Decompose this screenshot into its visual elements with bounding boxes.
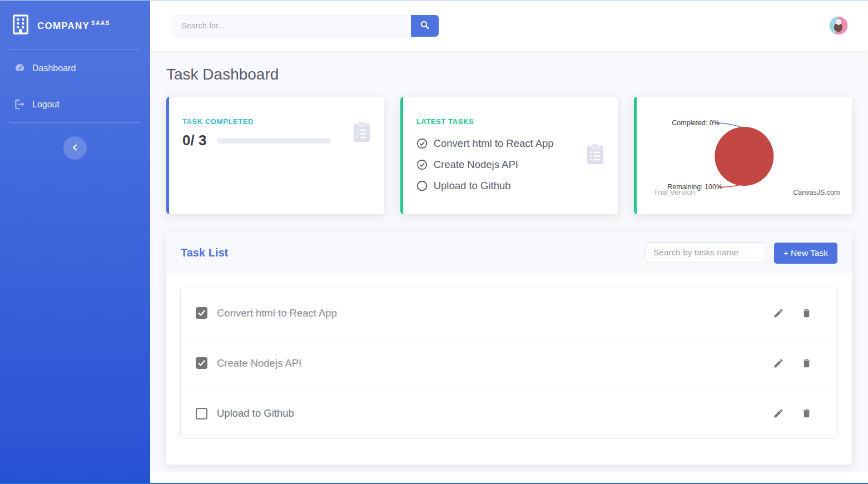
user-avatar[interactable] xyxy=(829,16,848,35)
latest-tasks-list: Convert html to React AppCreate Nodejs A… xyxy=(416,133,605,196)
card-label: LATEST TASKS xyxy=(416,117,605,126)
task-list-panel: Task List + New Task Convert html to Rea… xyxy=(166,232,852,465)
pie-slice-remaining xyxy=(715,127,774,186)
circle-icon xyxy=(416,180,428,191)
delete-task-button[interactable] xyxy=(801,358,812,369)
trial-version-watermark: Trial Version xyxy=(654,188,696,196)
pencil-icon xyxy=(773,308,784,319)
trash-icon xyxy=(801,408,812,419)
canvasjs-credit: CanvasJS.com xyxy=(793,189,840,196)
card-label: TASK COMPLETED xyxy=(182,117,371,126)
new-task-button[interactable]: + New Task xyxy=(774,243,837,264)
task-row: Create Nodejs API xyxy=(181,338,837,388)
clipboard-list-icon xyxy=(353,121,371,145)
check-circle-icon xyxy=(416,138,428,149)
edit-task-button[interactable] xyxy=(773,408,784,419)
search-form xyxy=(172,15,439,37)
sidebar-item-label: Logout xyxy=(32,100,59,110)
sidebar-item-dashboard[interactable]: Dashboard xyxy=(0,50,150,86)
trash-icon xyxy=(801,358,812,369)
row-actions xyxy=(773,358,812,369)
task-completed-card: TASK COMPLETED 0/ 3 xyxy=(166,97,384,214)
sidebar-collapse-button[interactable] xyxy=(63,136,87,160)
search-input[interactable] xyxy=(172,15,411,37)
task-rows-container: Convert html to React AppCreate Nodejs A… xyxy=(180,288,838,439)
chevron-left-icon xyxy=(71,144,79,153)
page-title: Task Dashboard xyxy=(166,66,852,83)
sidebar-nav: Dashboard Logout xyxy=(0,50,150,122)
task-checkbox[interactable] xyxy=(196,357,207,369)
latest-task-label: Create Nodejs API xyxy=(434,159,518,171)
panel-title: Task List xyxy=(181,246,228,259)
task-checkbox[interactable] xyxy=(196,307,207,319)
leader-line-completed xyxy=(716,123,744,128)
content: Task Dashboard TASK COMPLETED 0/ 3 xyxy=(150,51,868,472)
task-label: Convert html to React App xyxy=(217,307,337,319)
app-window: COMPANYSAAS Dashboard xyxy=(0,0,868,484)
pencil-icon xyxy=(773,408,784,419)
search-button[interactable] xyxy=(411,15,439,37)
brand[interactable]: COMPANYSAAS xyxy=(0,1,150,50)
task-checkbox[interactable] xyxy=(196,408,207,419)
building-icon xyxy=(12,14,29,37)
footer xyxy=(150,472,868,484)
pie-label-completed: Completed: 0% xyxy=(672,119,720,127)
search-icon xyxy=(420,21,429,31)
row-actions xyxy=(773,408,812,419)
latest-task-item: Upload to Github xyxy=(416,175,605,196)
task-list-header: Task List + New Task xyxy=(166,232,852,274)
edit-task-button[interactable] xyxy=(773,358,784,369)
task-search-input[interactable] xyxy=(646,243,766,263)
latest-task-item: Create Nodejs API xyxy=(416,154,605,175)
latest-task-item: Convert html to React App xyxy=(416,133,605,154)
summary-cards-row: TASK COMPLETED 0/ 3 xyxy=(166,97,852,214)
row-actions xyxy=(773,308,812,319)
dashboard-gauge-icon xyxy=(14,63,25,73)
delete-task-button[interactable] xyxy=(801,308,812,319)
sidebar-item-label: Dashboard xyxy=(32,63,76,73)
check-circle-icon xyxy=(416,159,428,170)
completed-count: 0/ 3 xyxy=(182,132,206,149)
pie-chart: Completed: 0% Remaining: 100% Trial Vers… xyxy=(637,97,852,214)
pie-chart-card: Completed: 0% Remaining: 100% Trial Vers… xyxy=(634,97,852,214)
delete-task-button[interactable] xyxy=(801,408,812,419)
latest-task-label: Upload to Github xyxy=(434,180,511,192)
logout-icon xyxy=(14,99,25,110)
task-row: Upload to Github xyxy=(181,388,837,438)
topbar xyxy=(150,1,868,51)
trash-icon xyxy=(801,308,812,319)
clipboard-list-icon xyxy=(586,144,604,167)
progress-bar xyxy=(217,138,330,144)
panel-actions: + New Task xyxy=(646,243,837,264)
task-label: Upload to Github xyxy=(217,407,294,419)
task-label: Create Nodejs API xyxy=(217,357,301,369)
pencil-icon xyxy=(773,358,784,369)
latest-tasks-card: LATEST TASKS Convert html to React AppCr… xyxy=(400,97,618,214)
latest-task-label: Convert html to React App xyxy=(434,137,554,150)
brand-title: COMPANYSAAS xyxy=(37,20,110,32)
sidebar: COMPANYSAAS Dashboard xyxy=(0,1,150,484)
task-list-body: Convert html to React AppCreate Nodejs A… xyxy=(166,274,852,465)
main-area: Task Dashboard TASK COMPLETED 0/ 3 xyxy=(150,1,868,484)
edit-task-button[interactable] xyxy=(773,308,784,319)
sidebar-divider xyxy=(9,122,141,123)
sidebar-item-logout[interactable]: Logout xyxy=(0,86,150,122)
task-row: Convert html to React App xyxy=(181,288,837,338)
